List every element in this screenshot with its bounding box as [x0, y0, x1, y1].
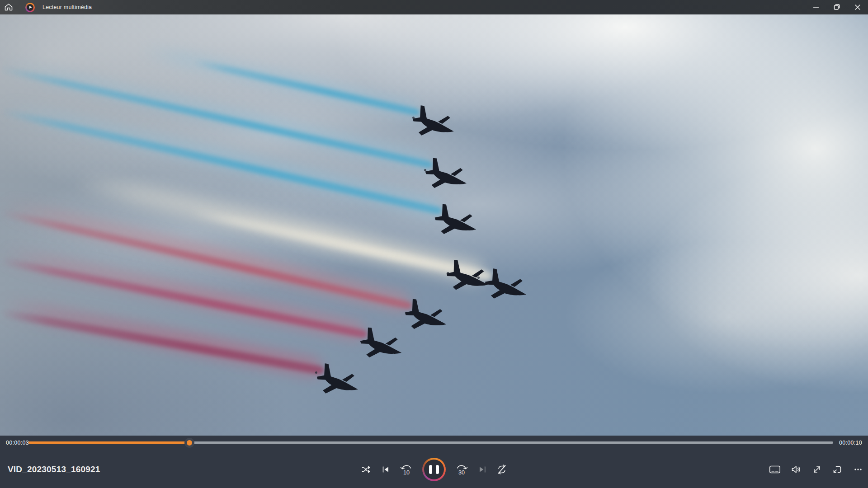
home-button[interactable]	[0, 0, 17, 14]
mini-player-icon	[832, 465, 843, 474]
more-options-icon	[853, 465, 863, 474]
seek-fill	[28, 441, 189, 444]
repeat-off-icon	[496, 464, 507, 475]
restore-icon	[826, 0, 847, 14]
secondary-controls	[769, 465, 863, 474]
subtitles-button[interactable]	[769, 465, 781, 474]
minimize-button[interactable]	[806, 0, 826, 14]
restore-button[interactable]	[826, 0, 847, 14]
mini-player-button[interactable]	[832, 465, 843, 474]
volume-button[interactable]	[791, 465, 802, 474]
next-track-button[interactable]	[477, 465, 487, 474]
fullscreen-button[interactable]	[812, 465, 822, 474]
volume-icon	[791, 465, 802, 474]
previous-track-button[interactable]	[381, 465, 391, 474]
close-icon	[847, 0, 868, 14]
skip-forward-30-icon: 30	[455, 464, 468, 475]
skip-back-10-button[interactable]: 10	[400, 464, 413, 475]
media-filename: VID_20230513_160921	[8, 465, 100, 474]
current-time: 00:00:03	[6, 440, 29, 446]
svg-text:10: 10	[403, 469, 410, 476]
subtitles-icon	[769, 465, 781, 474]
media-player-window: Lecteur multimédia 00:00:03	[0, 0, 868, 488]
playback-bar: 00:00:03 00:00:10 VID_20230513_160921	[0, 436, 868, 488]
shuffle-icon	[361, 464, 372, 475]
app-title: Lecteur multimédia	[42, 4, 92, 10]
fullscreen-icon	[812, 465, 822, 474]
total-time: 00:00:10	[839, 440, 862, 446]
seek-row: 00:00:03 00:00:10	[0, 436, 868, 451]
repeat-off-button[interactable]	[496, 464, 507, 475]
controls-row: VID_20230513_160921	[0, 451, 868, 488]
pause-icon	[424, 460, 444, 479]
close-button[interactable]	[847, 0, 868, 14]
minimize-icon	[806, 0, 826, 14]
home-icon	[0, 0, 17, 14]
transport-controls: 10 30	[361, 458, 507, 481]
shuffle-button[interactable]	[361, 464, 372, 475]
previous-track-icon	[381, 465, 391, 474]
skip-back-10-icon: 10	[400, 464, 413, 475]
titlebar: Lecteur multimédia	[0, 0, 868, 14]
seek-thumb[interactable]	[184, 438, 194, 448]
skip-forward-30-button[interactable]: 30	[455, 464, 468, 475]
pause-button[interactable]	[422, 458, 446, 481]
seek-track[interactable]	[28, 441, 833, 444]
video-canvas[interactable]	[0, 14, 868, 436]
more-options-button[interactable]	[853, 465, 863, 474]
app-logo-icon	[25, 3, 35, 12]
seek-thumb-dot	[187, 440, 192, 446]
svg-text:30: 30	[458, 469, 465, 476]
next-track-icon	[477, 465, 487, 474]
